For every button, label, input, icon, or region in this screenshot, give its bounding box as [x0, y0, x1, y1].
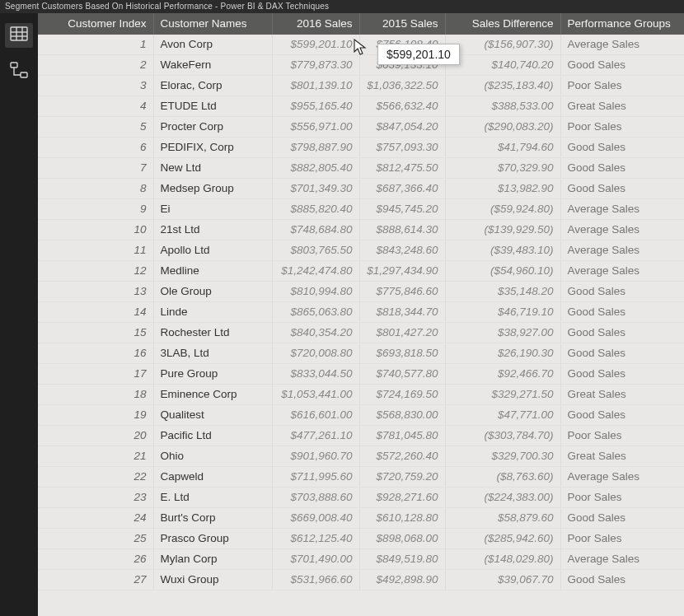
cell-index: 25	[38, 529, 153, 549]
cell-2016-sales: $1,053,441.00	[272, 385, 359, 405]
table-row[interactable]: 20Pacific Ltd$477,261.10$781,045.80($303…	[38, 426, 684, 446]
col-header-index[interactable]: Customer Index	[38, 13, 153, 35]
relationship-icon	[10, 62, 28, 82]
cell-index: 4	[38, 96, 153, 117]
table-row[interactable]: 163LAB, Ltd$720,008.80$693,818.50$26,190…	[38, 343, 684, 364]
table-grid-icon	[10, 26, 28, 44]
cell-name: Elorac, Corp	[153, 76, 272, 96]
cell-index: 19	[38, 405, 153, 426]
cell-diff: ($303,784.70)	[445, 426, 560, 446]
cell-2015-sales: $775,846.60	[359, 282, 445, 302]
svg-rect-5	[11, 63, 17, 68]
cell-diff: $35,148.20	[445, 282, 560, 302]
cell-2015-sales: $1,036,322.50	[359, 76, 445, 96]
table-row[interactable]: 13Ole Group$810,994.80$775,846.60$35,148…	[38, 282, 684, 302]
table-row[interactable]: 17Pure Group$833,044.50$740,577.80$92,46…	[38, 364, 684, 385]
table-row[interactable]: 7New Ltd$882,805.40$812,475.50$70,329.90…	[38, 158, 684, 179]
cell-diff: $92,466.70	[445, 364, 560, 385]
col-header-2016[interactable]: 2016 Sales	[272, 13, 359, 35]
table-row[interactable]: 15Rochester Ltd$840,354.20$801,427.20$38…	[38, 323, 684, 343]
cell-name: Prasco Group	[153, 529, 272, 549]
cell-name: Ei	[153, 199, 272, 220]
table-row[interactable]: 26Mylan Corp$701,490.00$849,519.80($148,…	[38, 549, 684, 570]
cell-2015-sales: $928,271.60	[359, 488, 445, 508]
table-row[interactable]: 1Avon Corp$599,201.10$756,108.40($156,90…	[38, 35, 684, 55]
table-row[interactable]: 22Capweld$711,995.60$720,759.20($8,763.6…	[38, 467, 684, 488]
cell-index: 3	[38, 76, 153, 96]
cell-index: 2	[38, 55, 153, 76]
cell-2016-sales: $701,349.30	[272, 179, 359, 199]
cell-index: 8	[38, 179, 153, 199]
cell-2015-sales: $945,745.20	[359, 199, 445, 220]
table-row[interactable]: 1021st Ltd$748,684.80$888,614.30($139,92…	[38, 220, 684, 240]
cell-group: Good Sales	[560, 405, 684, 426]
table-row[interactable]: 3Elorac, Corp$801,139.10$1,036,322.50($2…	[38, 76, 684, 96]
table-row[interactable]: 24Burt's Corp$669,008.40$610,128.80$58,8…	[38, 508, 684, 529]
table-row[interactable]: 25Prasco Group$612,125.40$898,068.00($28…	[38, 529, 684, 549]
cell-group: Poor Sales	[560, 76, 684, 96]
table-row[interactable]: 21Ohio$901,960.70$572,260.40$329,700.30G…	[38, 446, 684, 467]
report-canvas[interactable]: Customer Index Customer Names 2016 Sales…	[38, 13, 684, 616]
table-row[interactable]: 19Qualitest$616,601.00$568,830.00$47,771…	[38, 405, 684, 426]
cell-2016-sales: $701,490.00	[272, 549, 359, 570]
cell-2015-sales: $781,045.80	[359, 426, 445, 446]
cell-2015-sales: $1,297,434.90	[359, 261, 445, 282]
cell-name: ETUDE Ltd	[153, 96, 272, 117]
nav-model-view[interactable]	[5, 59, 33, 84]
cell-index: 20	[38, 426, 153, 446]
table-row[interactable]: 2WakeFern$779,873.30$639,133.10$140,740.…	[38, 55, 684, 76]
cell-group: Good Sales	[560, 302, 684, 323]
table-row[interactable]: 12Medline$1,242,474.80$1,297,434.90($54,…	[38, 261, 684, 282]
cell-2016-sales: $703,888.60	[272, 488, 359, 508]
cell-name: Wuxi Group	[153, 570, 272, 590]
table-row[interactable]: 23E. Ltd$703,888.60$928,271.60($224,383.…	[38, 488, 684, 508]
table-row[interactable]: 14Linde$865,063.80$818,344.70$46,719.10G…	[38, 302, 684, 323]
cell-name: Pacific Ltd	[153, 426, 272, 446]
cell-index: 6	[38, 138, 153, 158]
table-row[interactable]: 4ETUDE Ltd$955,165.40$566,632.40$388,533…	[38, 96, 684, 117]
col-header-name[interactable]: Customer Names	[153, 13, 272, 35]
cell-2016-sales: $901,960.70	[272, 446, 359, 467]
cell-index: 17	[38, 364, 153, 385]
cell-2015-sales: $801,427.20	[359, 323, 445, 343]
cell-diff: ($8,763.60)	[445, 467, 560, 488]
nav-report-view[interactable]	[5, 23, 33, 48]
svg-rect-6	[21, 72, 27, 77]
cell-name: WakeFern	[153, 55, 272, 76]
table-row[interactable]: 27Wuxi Group$531,966.60$492,898.90$39,06…	[38, 570, 684, 590]
cell-2016-sales: $669,008.40	[272, 508, 359, 529]
cell-name: Medline	[153, 261, 272, 282]
cell-index: 11	[38, 240, 153, 261]
table-row[interactable]: 8Medsep Group$701,349.30$687,366.40$13,9…	[38, 179, 684, 199]
cell-group: Average Sales	[560, 467, 684, 488]
cell-diff: ($285,942.60)	[445, 529, 560, 549]
cell-2016-sales: $833,044.50	[272, 364, 359, 385]
table-row[interactable]: 9Ei$885,820.40$945,745.20($59,924.80)Ave…	[38, 199, 684, 220]
cell-name: Eminence Corp	[153, 385, 272, 405]
cell-index: 1	[38, 35, 153, 55]
cell-2016-sales: $616,601.00	[272, 405, 359, 426]
table-row[interactable]: 6PEDIFIX, Corp$798,887.90$757,093.30$41,…	[38, 138, 684, 158]
col-header-group[interactable]: Performance Groups	[560, 13, 684, 35]
cell-name: Rochester Ltd	[153, 323, 272, 343]
cell-2015-sales: $568,830.00	[359, 405, 445, 426]
col-header-diff[interactable]: Sales Difference	[445, 13, 560, 35]
cell-index: 15	[38, 323, 153, 343]
table-row[interactable]: 5Procter Corp$556,971.00$847,054.20($290…	[38, 117, 684, 138]
table-row[interactable]: 18Eminence Corp$1,053,441.00$724,169.50$…	[38, 385, 684, 405]
cell-2015-sales: $724,169.50	[359, 385, 445, 405]
cell-index: 10	[38, 220, 153, 240]
cell-2016-sales: $810,994.80	[272, 282, 359, 302]
col-header-2015[interactable]: 2015 Sales	[359, 13, 445, 35]
cell-index: 24	[38, 508, 153, 529]
cell-index: 23	[38, 488, 153, 508]
cell-2016-sales: $1,242,474.80	[272, 261, 359, 282]
cell-group: Good Sales	[560, 508, 684, 529]
data-table[interactable]: Customer Index Customer Names 2016 Sales…	[38, 13, 684, 590]
window-title: Segment Customers Based On Historical Pe…	[5, 2, 329, 11]
cell-2016-sales: $711,995.60	[272, 467, 359, 488]
cell-2015-sales: $898,068.00	[359, 529, 445, 549]
table-row[interactable]: 11Apollo Ltd$803,765.50$843,248.60($39,4…	[38, 240, 684, 261]
cell-index: 27	[38, 570, 153, 590]
cell-2015-sales: $610,128.80	[359, 508, 445, 529]
